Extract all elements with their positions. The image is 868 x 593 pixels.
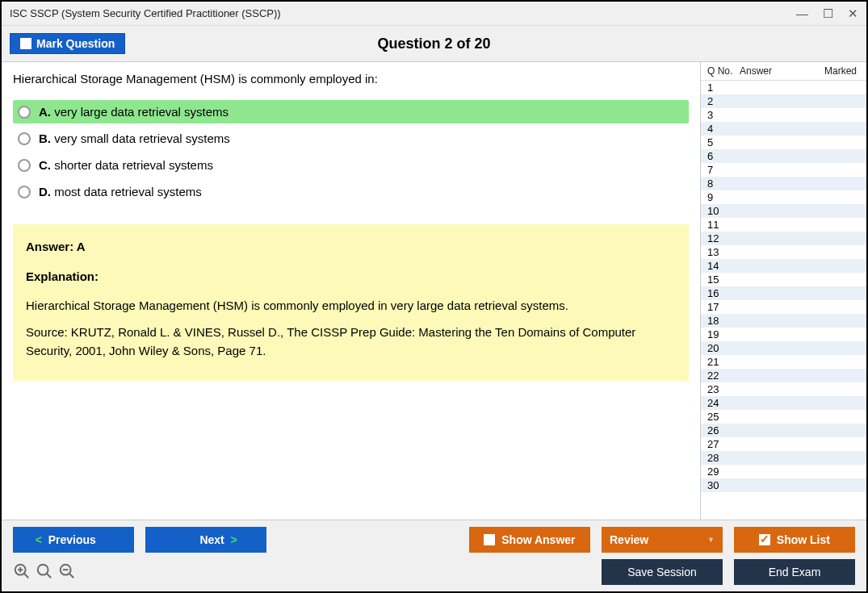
question-list-row[interactable]: 27 — [701, 437, 866, 451]
question-number: 23 — [707, 383, 740, 395]
question-list-row[interactable]: 22 — [701, 369, 866, 382]
zoom-reset-icon[interactable] — [36, 562, 53, 583]
question-list-row[interactable]: 3 — [701, 108, 866, 122]
mark-question-button[interactable]: Mark Question — [10, 33, 125, 54]
app-window: ISC SSCP (System Security Certified Prac… — [0, 0, 868, 593]
question-number: 12 — [707, 232, 740, 244]
show-answer-checkbox-icon — [484, 534, 495, 545]
svg-line-5 — [47, 573, 52, 578]
next-button[interactable]: Next > — [145, 527, 266, 553]
question-number: 16 — [707, 287, 740, 299]
question-list-row[interactable]: 17 — [701, 300, 866, 314]
save-session-button[interactable]: Save Session — [602, 559, 723, 585]
question-list-row[interactable]: 24 — [701, 396, 866, 410]
question-text: Hierarchical Storage Management (HSM) is… — [13, 72, 689, 86]
answer-label: Answer: A — [26, 237, 676, 256]
previous-button[interactable]: < Previous — [13, 527, 134, 553]
explanation-paragraph: Hierarchical Storage Management (HSM) is… — [26, 296, 676, 315]
titlebar: ISC SSCP (System Security Certified Prac… — [2, 2, 866, 26]
mark-question-checkbox-icon — [20, 38, 31, 49]
svg-line-7 — [69, 573, 74, 578]
footer-row-primary: < Previous Next > Show Answer Review ▼ — [13, 527, 855, 553]
question-list-row[interactable]: 25 — [701, 410, 866, 424]
question-number: 24 — [707, 397, 740, 409]
question-list-row[interactable]: 26 — [701, 424, 866, 437]
question-number: 28 — [707, 452, 740, 464]
save-session-label: Save Session — [627, 566, 697, 578]
chevron-right-icon: > — [231, 533, 237, 546]
radio-icon — [18, 186, 31, 198]
question-list[interactable]: 1234567891011121314151617181920212223242… — [701, 81, 866, 520]
question-list-row[interactable]: 1 — [701, 81, 866, 94]
question-list-row[interactable]: 15 — [701, 273, 866, 286]
question-number: 3 — [707, 109, 740, 121]
question-number: 27 — [707, 438, 740, 450]
answer-explanation-box: Answer: A Explanation: Hierarchical Stor… — [13, 224, 689, 381]
body-area: Hierarchical Storage Management (HSM) is… — [2, 62, 866, 520]
question-number: 18 — [707, 315, 740, 327]
question-list-header: Q No. Answer Marked — [701, 62, 866, 81]
minimize-icon[interactable]: — — [796, 7, 808, 19]
choice-b-label: B. very small data retrieval systems — [39, 132, 230, 145]
svg-point-4 — [38, 564, 48, 574]
question-list-row[interactable]: 8 — [701, 177, 866, 190]
question-list-row[interactable]: 4 — [701, 122, 866, 136]
question-list-row[interactable]: 14 — [701, 259, 866, 273]
question-number: 2 — [707, 95, 740, 107]
close-icon[interactable]: ✕ — [848, 7, 858, 19]
question-number: 4 — [707, 123, 740, 135]
question-number: 25 — [707, 411, 740, 423]
window-controls: — ☐ ✕ — [796, 7, 858, 19]
question-number: 19 — [707, 328, 740, 340]
explanation-heading: Explanation: — [26, 267, 676, 286]
col-marked: Marked — [821, 65, 862, 77]
question-list-row[interactable]: 6 — [701, 149, 866, 163]
end-exam-button[interactable]: End Exam — [734, 559, 855, 585]
col-answer: Answer — [740, 65, 821, 77]
choice-c[interactable]: C. shorter data retrieval systems — [13, 153, 689, 177]
question-list-row[interactable]: 20 — [701, 341, 866, 355]
choice-d[interactable]: D. most data retrieval systems — [13, 180, 689, 203]
question-list-row[interactable]: 30 — [701, 478, 866, 492]
choice-a[interactable]: A. very large data retrieval systems — [13, 100, 689, 123]
review-dropdown[interactable]: Review ▼ — [602, 527, 723, 553]
question-list-row[interactable]: 12 — [701, 232, 866, 245]
zoom-in-icon[interactable] — [13, 562, 31, 583]
question-list-row[interactable]: 16 — [701, 286, 866, 300]
maximize-icon[interactable]: ☐ — [823, 7, 833, 19]
question-pane: Hierarchical Storage Management (HSM) is… — [2, 62, 700, 520]
question-list-row[interactable]: 21 — [701, 355, 866, 369]
question-list-row[interactable]: 29 — [701, 465, 866, 478]
question-list-row[interactable]: 9 — [701, 190, 866, 204]
question-number: 21 — [707, 356, 740, 368]
zoom-out-icon[interactable] — [58, 562, 76, 583]
question-list-row[interactable]: 19 — [701, 328, 866, 341]
question-list-row[interactable]: 23 — [701, 382, 866, 396]
show-list-button[interactable]: Show List — [734, 527, 855, 553]
choice-c-label: C. shorter data retrieval systems — [39, 158, 213, 172]
question-number: 1 — [707, 81, 740, 94]
question-list-row[interactable]: 2 — [701, 94, 866, 108]
choice-d-label: D. most data retrieval systems — [39, 185, 202, 198]
question-list-row[interactable]: 5 — [701, 136, 866, 149]
question-number: 9 — [707, 191, 740, 203]
question-number: 11 — [707, 219, 740, 231]
question-list-row[interactable]: 7 — [701, 163, 866, 177]
choice-b[interactable]: B. very small data retrieval systems — [13, 127, 689, 150]
question-number: 22 — [707, 370, 740, 382]
question-number: 20 — [707, 342, 740, 354]
svg-line-1 — [24, 573, 29, 578]
question-number: 14 — [707, 260, 740, 272]
question-list-row[interactable]: 28 — [701, 451, 866, 465]
show-answer-button[interactable]: Show Answer — [469, 527, 590, 553]
radio-icon — [18, 106, 31, 119]
radio-icon — [18, 159, 31, 172]
question-number: 10 — [707, 205, 740, 217]
question-list-row[interactable]: 13 — [701, 245, 866, 259]
question-list-row[interactable]: 18 — [701, 314, 866, 328]
previous-label: Previous — [48, 533, 96, 546]
question-list-row[interactable]: 11 — [701, 218, 866, 232]
question-number: 29 — [707, 466, 740, 478]
question-list-row[interactable]: 10 — [701, 204, 866, 218]
col-qno: Q No. — [707, 65, 740, 77]
